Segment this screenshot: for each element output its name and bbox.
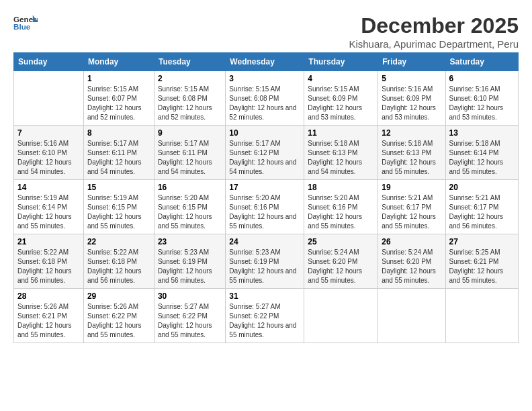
day-number: 2: [158, 74, 222, 83]
calendar-cell: 27Sunrise: 5:25 AMSunset: 6:21 PMDayligh…: [445, 234, 519, 289]
day-number: 22: [87, 237, 150, 246]
header-wednesday: Wednesday: [226, 53, 304, 71]
day-detail: Sunrise: 5:21 AMSunset: 6:17 PMDaylight:…: [449, 193, 515, 231]
day-number: 20: [449, 183, 515, 192]
calendar-cell: 5Sunrise: 5:16 AMSunset: 6:09 PMDaylight…: [378, 71, 445, 126]
day-number: 13: [449, 128, 515, 138]
calendar-cell: 22Sunrise: 5:22 AMSunset: 6:18 PMDayligh…: [83, 234, 154, 289]
day-number: 11: [308, 128, 374, 138]
calendar-cell: 24Sunrise: 5:23 AMSunset: 6:19 PMDayligh…: [226, 234, 304, 289]
day-detail: Sunrise: 5:17 AMSunset: 6:11 PMDaylight:…: [87, 139, 150, 177]
day-detail: Sunrise: 5:27 AMSunset: 6:22 PMDaylight:…: [229, 302, 300, 340]
day-detail: Sunrise: 5:18 AMSunset: 6:14 PMDaylight:…: [449, 139, 515, 177]
day-number: 12: [382, 128, 441, 138]
day-number: 24: [229, 237, 300, 246]
day-number: 26: [382, 237, 441, 246]
day-detail: Sunrise: 5:18 AMSunset: 6:13 PMDaylight:…: [382, 139, 441, 177]
svg-text:Blue: Blue: [13, 22, 31, 31]
day-number: 28: [17, 291, 80, 301]
day-detail: Sunrise: 5:24 AMSunset: 6:20 PMDaylight:…: [308, 248, 374, 285]
calendar-cell: 12Sunrise: 5:18 AMSunset: 6:13 PMDayligh…: [378, 126, 445, 180]
day-detail: Sunrise: 5:21 AMSunset: 6:17 PMDaylight:…: [382, 193, 441, 231]
day-detail: Sunrise: 5:23 AMSunset: 6:19 PMDaylight:…: [229, 248, 300, 285]
calendar-cell: 3Sunrise: 5:15 AMSunset: 6:08 PMDaylight…: [226, 71, 304, 126]
day-detail: Sunrise: 5:24 AMSunset: 6:20 PMDaylight:…: [382, 248, 441, 285]
calendar-cell: 7Sunrise: 5:16 AMSunset: 6:10 PMDaylight…: [14, 126, 84, 180]
day-number: 1: [87, 74, 150, 83]
page-header: General Blue December 2025 Kishuara, Apu…: [13, 13, 519, 50]
day-detail: Sunrise: 5:18 AMSunset: 6:13 PMDaylight:…: [308, 139, 374, 177]
header-monday: Monday: [83, 53, 154, 71]
day-number: 5: [382, 74, 441, 83]
day-detail: Sunrise: 5:20 AMSunset: 6:16 PMDaylight:…: [308, 193, 374, 231]
day-number: 15: [87, 183, 150, 192]
calendar-cell: 16Sunrise: 5:20 AMSunset: 6:15 PMDayligh…: [154, 180, 225, 234]
calendar-cell: 30Sunrise: 5:27 AMSunset: 6:22 PMDayligh…: [154, 289, 225, 343]
day-detail: Sunrise: 5:23 AMSunset: 6:19 PMDaylight:…: [158, 248, 222, 285]
calendar-cell: 8Sunrise: 5:17 AMSunset: 6:11 PMDaylight…: [83, 126, 154, 180]
header-sunday: Sunday: [14, 53, 84, 71]
calendar-cell: [14, 71, 84, 126]
day-number: 27: [449, 237, 515, 246]
day-detail: Sunrise: 5:16 AMSunset: 6:09 PMDaylight:…: [382, 85, 441, 122]
calendar-cell: 11Sunrise: 5:18 AMSunset: 6:13 PMDayligh…: [304, 126, 378, 180]
day-number: 25: [308, 237, 374, 246]
day-number: 14: [17, 183, 80, 192]
calendar-cell: 17Sunrise: 5:20 AMSunset: 6:16 PMDayligh…: [226, 180, 304, 234]
calendar-cell: 10Sunrise: 5:17 AMSunset: 6:12 PMDayligh…: [226, 126, 304, 180]
day-number: 7: [17, 128, 80, 138]
day-detail: Sunrise: 5:27 AMSunset: 6:22 PMDaylight:…: [158, 302, 222, 340]
calendar-cell: 26Sunrise: 5:24 AMSunset: 6:20 PMDayligh…: [378, 234, 445, 289]
day-detail: Sunrise: 5:15 AMSunset: 6:07 PMDaylight:…: [87, 85, 150, 122]
header-saturday: Saturday: [445, 53, 519, 71]
day-detail: Sunrise: 5:20 AMSunset: 6:15 PMDaylight:…: [158, 193, 222, 231]
day-detail: Sunrise: 5:25 AMSunset: 6:21 PMDaylight:…: [449, 248, 515, 285]
calendar-cell: 23Sunrise: 5:23 AMSunset: 6:19 PMDayligh…: [154, 234, 225, 289]
day-detail: Sunrise: 5:16 AMSunset: 6:10 PMDaylight:…: [449, 85, 515, 122]
calendar-cell: [445, 289, 519, 343]
day-detail: Sunrise: 5:22 AMSunset: 6:18 PMDaylight:…: [17, 248, 80, 285]
day-number: 30: [158, 291, 222, 301]
header-tuesday: Tuesday: [154, 53, 225, 71]
calendar-cell: 14Sunrise: 5:19 AMSunset: 6:14 PMDayligh…: [14, 180, 84, 234]
title-block: December 2025 Kishuara, Apurimac Departm…: [349, 13, 519, 50]
day-number: 17: [229, 183, 300, 192]
week-row-3: 14Sunrise: 5:19 AMSunset: 6:14 PMDayligh…: [14, 180, 519, 234]
day-number: 19: [382, 183, 441, 192]
day-detail: Sunrise: 5:26 AMSunset: 6:22 PMDaylight:…: [87, 302, 150, 340]
day-detail: Sunrise: 5:15 AMSunset: 6:09 PMDaylight:…: [308, 85, 374, 122]
calendar-cell: 2Sunrise: 5:15 AMSunset: 6:08 PMDaylight…: [154, 71, 225, 126]
day-number: 31: [229, 291, 300, 301]
header-thursday: Thursday: [304, 53, 378, 71]
calendar-cell: 9Sunrise: 5:17 AMSunset: 6:11 PMDaylight…: [154, 126, 225, 180]
calendar-cell: 25Sunrise: 5:24 AMSunset: 6:20 PMDayligh…: [304, 234, 378, 289]
day-detail: Sunrise: 5:19 AMSunset: 6:14 PMDaylight:…: [17, 193, 80, 231]
calendar-cell: 21Sunrise: 5:22 AMSunset: 6:18 PMDayligh…: [14, 234, 84, 289]
day-detail: Sunrise: 5:15 AMSunset: 6:08 PMDaylight:…: [229, 85, 300, 122]
week-row-2: 7Sunrise: 5:16 AMSunset: 6:10 PMDaylight…: [14, 126, 519, 180]
logo: General Blue: [13, 13, 38, 32]
week-row-4: 21Sunrise: 5:22 AMSunset: 6:18 PMDayligh…: [14, 234, 519, 289]
day-number: 6: [449, 74, 515, 83]
calendar-cell: [378, 289, 445, 343]
calendar-cell: 19Sunrise: 5:21 AMSunset: 6:17 PMDayligh…: [378, 180, 445, 234]
day-detail: Sunrise: 5:17 AMSunset: 6:11 PMDaylight:…: [158, 139, 222, 177]
day-number: 29: [87, 291, 150, 301]
calendar-header-row: SundayMondayTuesdayWednesdayThursdayFrid…: [14, 53, 519, 71]
day-detail: Sunrise: 5:20 AMSunset: 6:16 PMDaylight:…: [229, 193, 300, 231]
day-detail: Sunrise: 5:22 AMSunset: 6:18 PMDaylight:…: [87, 248, 150, 285]
calendar-cell: 29Sunrise: 5:26 AMSunset: 6:22 PMDayligh…: [83, 289, 154, 343]
calendar-cell: 31Sunrise: 5:27 AMSunset: 6:22 PMDayligh…: [226, 289, 304, 343]
day-number: 3: [229, 74, 300, 83]
week-row-1: 1Sunrise: 5:15 AMSunset: 6:07 PMDaylight…: [14, 71, 519, 126]
day-detail: Sunrise: 5:15 AMSunset: 6:08 PMDaylight:…: [158, 85, 222, 122]
day-number: 23: [158, 237, 222, 246]
logo-icon: General Blue: [13, 13, 38, 32]
calendar-cell: 20Sunrise: 5:21 AMSunset: 6:17 PMDayligh…: [445, 180, 519, 234]
day-number: 18: [308, 183, 374, 192]
calendar-table: SundayMondayTuesdayWednesdayThursdayFrid…: [13, 52, 519, 343]
main-title: December 2025: [349, 13, 519, 38]
day-number: 9: [158, 128, 222, 138]
subtitle: Kishuara, Apurimac Department, Peru: [349, 38, 519, 50]
day-detail: Sunrise: 5:19 AMSunset: 6:15 PMDaylight:…: [87, 193, 150, 231]
